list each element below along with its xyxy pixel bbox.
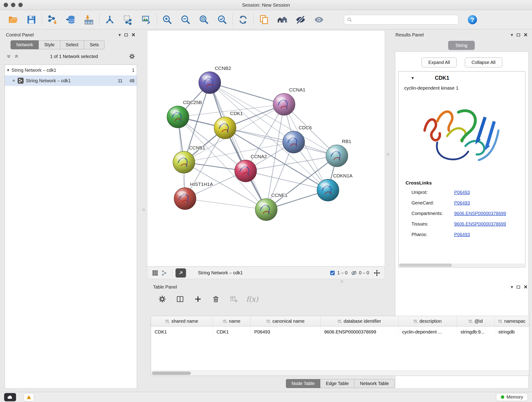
warnings-button[interactable] [24, 393, 34, 401]
save-session-button[interactable] [25, 13, 38, 27]
zoom-in-button[interactable] [161, 13, 174, 27]
network-edge-CCNB2-CCNE1[interactable] [210, 83, 266, 210]
column-header-canonical-name[interactable]: canonical name [251, 316, 321, 326]
hide-graphics-details-button[interactable] [294, 13, 307, 27]
zoom-window-button[interactable] [18, 3, 23, 7]
tree-expand-icon[interactable]: ▾ [7, 68, 9, 73]
tab-style[interactable]: Style [39, 40, 60, 49]
detach-view-button[interactable] [176, 268, 186, 278]
column-header-namespace[interactable]: namespac [495, 316, 529, 326]
network-row-selected[interactable]: String Network – cdk1 11 48 [5, 75, 137, 86]
tab-sets[interactable]: Sets [84, 40, 104, 49]
tissues-link[interactable]: 9606.ENSP00000378699 [454, 221, 506, 227]
tab-network[interactable]: Network [11, 40, 39, 49]
network-edge-HIST1H1A-CCNE1[interactable] [185, 199, 266, 210]
network-overview-button[interactable] [160, 268, 169, 278]
create-column-button[interactable] [192, 294, 203, 305]
string-home-button[interactable] [276, 13, 289, 27]
grid-view-button[interactable] [151, 268, 160, 278]
minimize-window-button[interactable] [11, 3, 15, 7]
control-panel-menu-icon[interactable]: ▾ [119, 32, 121, 37]
network-canvas[interactable]: CCNB2CCNA1CDC25BCDK1CDC6RB1CCNB1CCNA2CDK… [147, 30, 385, 267]
tab-node-table[interactable]: Node Table [286, 379, 321, 388]
column-header-id[interactable]: @id [457, 316, 495, 326]
network-node-CDKN1A[interactable]: CDKN1A [317, 173, 353, 201]
uniprot-link[interactable]: P06493 [454, 190, 470, 195]
genecard-link[interactable]: P06493 [454, 200, 470, 206]
compartments-link[interactable]: 9606.ENSP00000378699 [454, 211, 506, 216]
apply-layout-button[interactable] [236, 13, 250, 27]
show-columns-button[interactable] [175, 294, 186, 305]
column-header-database-identifier[interactable]: database identifier [321, 316, 399, 326]
import-table-from-file-button[interactable] [82, 13, 95, 27]
pan-tool-button[interactable] [372, 268, 381, 278]
delete-column-button[interactable] [210, 294, 221, 305]
column-header-description[interactable]: description [399, 316, 457, 326]
gear-icon[interactable] [129, 53, 135, 60]
node-label-CDKN1A: CDKN1A [333, 173, 352, 178]
network-node-CCNB2[interactable]: CCNB2 [199, 65, 231, 94]
cell-database-identifier[interactable]: 9606.ENSP00000378699 [321, 327, 399, 337]
string-network-graph[interactable]: CCNB2CCNA1CDC25BCDK1CDC6RB1CCNB1CCNA2CDK… [147, 31, 385, 266]
column-header-name[interactable]: name [213, 316, 251, 326]
table-panel-close-icon[interactable]: × [524, 284, 527, 290]
table-options-button[interactable] [157, 294, 168, 305]
results-panel-menu-icon[interactable]: ▾ [511, 32, 513, 37]
collapse-protein-icon[interactable]: ▾ [412, 75, 414, 81]
export-image-button[interactable] [140, 13, 153, 27]
close-window-button[interactable] [4, 3, 8, 7]
annotations-button[interactable] [257, 13, 271, 27]
table-row[interactable]: CDK1 CDK1 P06493 9606.ENSP00000378699 cy… [151, 327, 529, 337]
tab-edge-table[interactable]: Edge Table [320, 379, 355, 388]
expand-all-button[interactable]: Expand All [422, 57, 457, 67]
pharos-link[interactable]: P06493 [454, 232, 470, 237]
table-horizontal-scrollbar[interactable] [151, 370, 529, 376]
delete-table-button-disabled[interactable] [228, 294, 239, 305]
tab-select[interactable]: Select [60, 40, 84, 49]
collapse-all-button[interactable]: Collapse All [465, 57, 502, 67]
results-panel-float-icon[interactable] [517, 33, 520, 36]
zoom-out-button[interactable] [179, 13, 192, 27]
control-panel-float-icon[interactable] [124, 33, 128, 36]
column-header-shared-name[interactable]: shared name [151, 316, 213, 326]
import-network-from-database-button[interactable] [64, 13, 77, 27]
open-session-button[interactable] [6, 13, 20, 27]
network-node-CCNA1[interactable]: CCNA1 [273, 87, 305, 115]
cell-canonical-name[interactable]: P06493 [251, 327, 321, 337]
memory-button[interactable]: Memory [496, 393, 528, 401]
search-input[interactable] [354, 17, 456, 22]
function-builder-button-disabled[interactable]: f(x) [246, 295, 258, 303]
table-panel-menu-icon[interactable]: ▾ [511, 285, 513, 289]
network-node-CDK1[interactable]: CDK1 [214, 111, 243, 139]
show-graphics-details-button[interactable] [312, 13, 326, 27]
cell-name[interactable]: CDK1 [213, 327, 251, 337]
table-panel-float-icon[interactable] [517, 286, 520, 288]
new-network-from-selection-button[interactable] [121, 13, 135, 27]
bottom-splitter-grip[interactable] [341, 280, 343, 283]
zoom-selected-button[interactable] [215, 13, 229, 27]
network-edge-CCNB2-CCNA1[interactable] [210, 83, 284, 104]
network-edge-CCNA2-CDKN1A[interactable] [246, 171, 328, 190]
network-node-RB1[interactable]: RB1 [326, 139, 351, 167]
zoom-fit-button[interactable] [197, 13, 210, 27]
network-node-HIST1H1A[interactable]: HIST1H1A [174, 182, 213, 210]
help-button[interactable]: ? [467, 14, 478, 25]
cell-id[interactable]: stringdb:9... [457, 327, 495, 337]
string-tab[interactable]: String [448, 41, 475, 50]
protein-header[interactable]: ▾ CDK1 [399, 71, 525, 84]
import-network-from-file-button[interactable] [46, 13, 59, 27]
cell-shared-name[interactable]: CDK1 [151, 327, 213, 337]
expand-all-icon[interactable] [14, 54, 19, 59]
results-panel-close-icon[interactable]: × [524, 32, 527, 38]
cell-namespace[interactable]: stringdb [495, 327, 529, 337]
left-splitter-grip[interactable] [142, 208, 145, 211]
network-collection-row[interactable]: ▾ String Network – cdk1 1 [5, 65, 137, 75]
tab-network-table[interactable]: Network Table [355, 379, 394, 388]
control-panel-close-icon[interactable]: × [132, 32, 135, 38]
cloud-status-button[interactable] [4, 393, 16, 401]
right-splitter-grip[interactable] [386, 153, 389, 156]
collapse-all-icon[interactable] [6, 54, 12, 59]
first-neighbors-button[interactable] [103, 13, 116, 27]
protein-box-scrollbar[interactable] [399, 264, 525, 267]
cell-description[interactable]: cyclin-dependent ... [399, 327, 457, 337]
